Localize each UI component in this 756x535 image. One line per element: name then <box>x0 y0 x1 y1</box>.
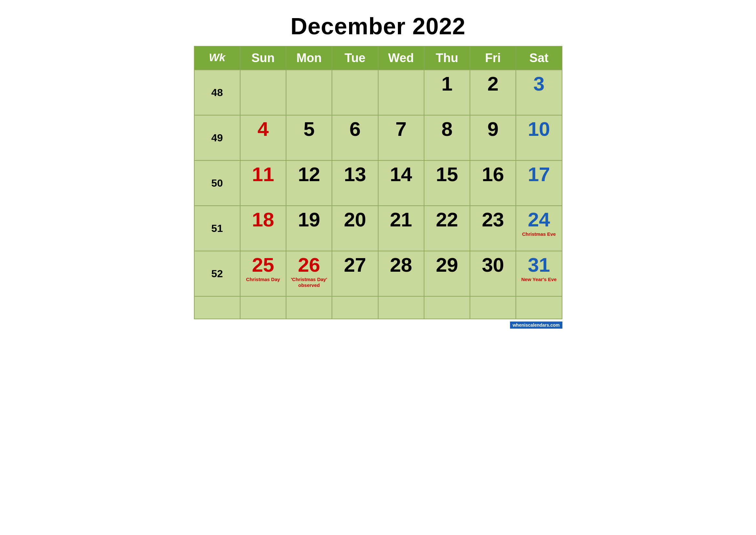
day-number: 31 <box>519 254 558 276</box>
calendar-cell: 1 <box>424 70 470 115</box>
calendar-title: December 2022 <box>194 13 562 40</box>
day-number: 2 <box>473 73 512 95</box>
day-number: 20 <box>336 209 374 231</box>
day-number: 21 <box>382 209 420 231</box>
calendar-cell: 5 <box>286 115 332 160</box>
day-number: 8 <box>428 118 466 140</box>
day-number: 14 <box>382 163 420 185</box>
empty-row-cell <box>378 296 424 319</box>
calendar-cell: 20 <box>332 206 378 251</box>
calendar-cell: 9 <box>470 115 516 160</box>
watermark-link[interactable]: wheniscalendars.com <box>510 322 562 329</box>
empty-row-cell <box>194 296 240 319</box>
day-number: 26 <box>290 254 328 276</box>
calendar-cell: 17 <box>516 160 562 206</box>
header-mon: Mon <box>286 46 332 70</box>
empty-row-cell <box>286 296 332 319</box>
empty-row-cell <box>470 296 516 319</box>
calendar-cell: 11 <box>240 160 286 206</box>
day-number: 24 <box>519 209 558 231</box>
day-number: 6 <box>336 118 374 140</box>
week-number-50: 50 <box>194 160 240 206</box>
empty-row-cell <box>332 296 378 319</box>
calendar-cell: 21 <box>378 206 424 251</box>
header-tue: Tue <box>332 46 378 70</box>
calendar-cell: 29 <box>424 251 470 296</box>
day-number: 19 <box>290 209 328 231</box>
week-number-52: 52 <box>194 251 240 296</box>
calendar-cell: 22 <box>424 206 470 251</box>
header-thu: Thu <box>424 46 470 70</box>
calendar-cell <box>332 70 378 115</box>
week-number-49: 49 <box>194 115 240 160</box>
calendar-cell <box>286 70 332 115</box>
holiday-label: Christmas Day <box>244 276 283 282</box>
calendar-cell: 31New Year's Eve <box>516 251 562 296</box>
header-fri: Fri <box>470 46 516 70</box>
calendar-cell: 16 <box>470 160 516 206</box>
day-number: 18 <box>244 209 283 231</box>
calendar-cell: 24Christmas Eve <box>516 206 562 251</box>
day-number: 15 <box>428 163 466 185</box>
calendar-page: December 2022 Wk Sun Mon Tue Wed Thu Fri… <box>184 7 572 341</box>
calendar-cell: 27 <box>332 251 378 296</box>
empty-row-cell <box>516 296 562 319</box>
day-number: 28 <box>382 254 420 276</box>
calendar-cell: 23 <box>470 206 516 251</box>
empty-row-cell <box>424 296 470 319</box>
calendar-cell: 3 <box>516 70 562 115</box>
day-number: 1 <box>428 73 466 95</box>
day-number: 29 <box>428 254 466 276</box>
week-number-51: 51 <box>194 206 240 251</box>
calendar-cell <box>378 70 424 115</box>
header-wk: Wk <box>194 46 240 70</box>
calendar-cell <box>240 70 286 115</box>
calendar-cell: 30 <box>470 251 516 296</box>
calendar-cell: 8 <box>424 115 470 160</box>
header-wed: Wed <box>378 46 424 70</box>
calendar-cell: 25Christmas Day <box>240 251 286 296</box>
watermark: wheniscalendars.com <box>194 323 562 328</box>
calendar-cell: 18 <box>240 206 286 251</box>
calendar-cell: 26'Christmas Day' observed <box>286 251 332 296</box>
holiday-label: 'Christmas Day' observed <box>290 276 328 288</box>
day-number: 3 <box>519 73 558 95</box>
empty-row-cell <box>240 296 286 319</box>
calendar-cell: 12 <box>286 160 332 206</box>
calendar-cell: 10 <box>516 115 562 160</box>
calendar-table: Wk Sun Mon Tue Wed Thu Fri Sat 481234945… <box>194 46 562 319</box>
header-sat: Sat <box>516 46 562 70</box>
day-number: 13 <box>336 163 374 185</box>
day-number: 30 <box>473 254 512 276</box>
holiday-label: New Year's Eve <box>519 276 558 282</box>
calendar-cell: 6 <box>332 115 378 160</box>
calendar-cell: 28 <box>378 251 424 296</box>
week-number-48: 48 <box>194 70 240 115</box>
day-number: 27 <box>336 254 374 276</box>
day-number: 9 <box>473 118 512 140</box>
day-number: 5 <box>290 118 328 140</box>
day-number: 11 <box>244 163 283 185</box>
day-number: 10 <box>519 118 558 140</box>
day-number: 7 <box>382 118 420 140</box>
calendar-cell: 13 <box>332 160 378 206</box>
day-number: 17 <box>519 163 558 185</box>
calendar-cell: 4 <box>240 115 286 160</box>
day-number: 22 <box>428 209 466 231</box>
header-sun: Sun <box>240 46 286 70</box>
calendar-cell: 7 <box>378 115 424 160</box>
holiday-label: Christmas Eve <box>519 231 558 237</box>
day-number: 16 <box>473 163 512 185</box>
calendar-cell: 2 <box>470 70 516 115</box>
calendar-cell: 15 <box>424 160 470 206</box>
calendar-cell: 14 <box>378 160 424 206</box>
day-number: 4 <box>244 118 283 140</box>
day-number: 25 <box>244 254 283 276</box>
day-number: 23 <box>473 209 512 231</box>
day-number: 12 <box>290 163 328 185</box>
calendar-cell: 19 <box>286 206 332 251</box>
